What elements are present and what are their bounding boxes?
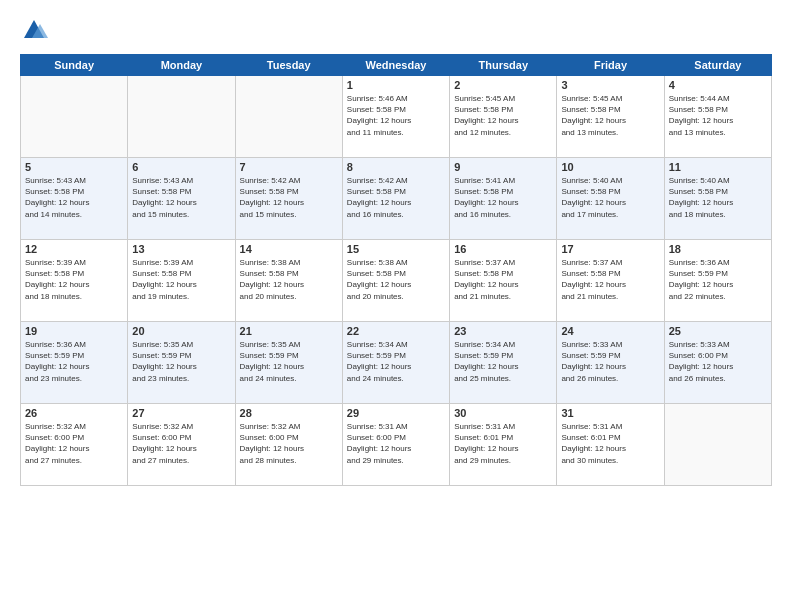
day-info: Sunrise: 5:35 AM Sunset: 5:59 PM Dayligh… (132, 339, 230, 384)
day-info: Sunrise: 5:38 AM Sunset: 5:58 PM Dayligh… (347, 257, 445, 302)
day-number: 6 (132, 161, 230, 173)
day-info: Sunrise: 5:32 AM Sunset: 6:00 PM Dayligh… (240, 421, 338, 466)
calendar-cell: 20Sunrise: 5:35 AM Sunset: 5:59 PM Dayli… (128, 322, 235, 404)
day-info: Sunrise: 5:41 AM Sunset: 5:58 PM Dayligh… (454, 175, 552, 220)
calendar-cell: 9Sunrise: 5:41 AM Sunset: 5:58 PM Daylig… (450, 158, 557, 240)
calendar-cell: 3Sunrise: 5:45 AM Sunset: 5:58 PM Daylig… (557, 76, 664, 158)
day-number: 28 (240, 407, 338, 419)
day-info: Sunrise: 5:33 AM Sunset: 5:59 PM Dayligh… (561, 339, 659, 384)
day-info: Sunrise: 5:42 AM Sunset: 5:58 PM Dayligh… (347, 175, 445, 220)
day-info: Sunrise: 5:40 AM Sunset: 5:58 PM Dayligh… (669, 175, 767, 220)
day-info: Sunrise: 5:36 AM Sunset: 5:59 PM Dayligh… (25, 339, 123, 384)
calendar-cell (235, 76, 342, 158)
calendar-cell: 5Sunrise: 5:43 AM Sunset: 5:58 PM Daylig… (21, 158, 128, 240)
day-number: 19 (25, 325, 123, 337)
day-number: 24 (561, 325, 659, 337)
day-info: Sunrise: 5:44 AM Sunset: 5:58 PM Dayligh… (669, 93, 767, 138)
day-number: 11 (669, 161, 767, 173)
day-info: Sunrise: 5:31 AM Sunset: 6:01 PM Dayligh… (561, 421, 659, 466)
day-number: 27 (132, 407, 230, 419)
calendar-cell: 24Sunrise: 5:33 AM Sunset: 5:59 PM Dayli… (557, 322, 664, 404)
calendar-cell: 25Sunrise: 5:33 AM Sunset: 6:00 PM Dayli… (664, 322, 771, 404)
logo (20, 16, 52, 44)
day-number: 29 (347, 407, 445, 419)
day-number: 23 (454, 325, 552, 337)
weekday-header-thursday: Thursday (450, 55, 557, 76)
calendar-cell: 23Sunrise: 5:34 AM Sunset: 5:59 PM Dayli… (450, 322, 557, 404)
calendar-cell: 11Sunrise: 5:40 AM Sunset: 5:58 PM Dayli… (664, 158, 771, 240)
calendar-cell: 18Sunrise: 5:36 AM Sunset: 5:59 PM Dayli… (664, 240, 771, 322)
day-number: 18 (669, 243, 767, 255)
calendar-cell: 2Sunrise: 5:45 AM Sunset: 5:58 PM Daylig… (450, 76, 557, 158)
weekday-header-wednesday: Wednesday (342, 55, 449, 76)
calendar-cell: 31Sunrise: 5:31 AM Sunset: 6:01 PM Dayli… (557, 404, 664, 486)
weekday-header-monday: Monday (128, 55, 235, 76)
day-info: Sunrise: 5:38 AM Sunset: 5:58 PM Dayligh… (240, 257, 338, 302)
day-info: Sunrise: 5:40 AM Sunset: 5:58 PM Dayligh… (561, 175, 659, 220)
day-info: Sunrise: 5:39 AM Sunset: 5:58 PM Dayligh… (132, 257, 230, 302)
day-number: 25 (669, 325, 767, 337)
calendar-cell (128, 76, 235, 158)
calendar-cell: 15Sunrise: 5:38 AM Sunset: 5:58 PM Dayli… (342, 240, 449, 322)
calendar-cell: 19Sunrise: 5:36 AM Sunset: 5:59 PM Dayli… (21, 322, 128, 404)
day-number: 5 (25, 161, 123, 173)
calendar-cell: 8Sunrise: 5:42 AM Sunset: 5:58 PM Daylig… (342, 158, 449, 240)
calendar-cell: 16Sunrise: 5:37 AM Sunset: 5:58 PM Dayli… (450, 240, 557, 322)
weekday-header-saturday: Saturday (664, 55, 771, 76)
day-number: 20 (132, 325, 230, 337)
day-info: Sunrise: 5:46 AM Sunset: 5:58 PM Dayligh… (347, 93, 445, 138)
day-number: 13 (132, 243, 230, 255)
day-info: Sunrise: 5:45 AM Sunset: 5:58 PM Dayligh… (561, 93, 659, 138)
calendar-cell: 26Sunrise: 5:32 AM Sunset: 6:00 PM Dayli… (21, 404, 128, 486)
day-info: Sunrise: 5:43 AM Sunset: 5:58 PM Dayligh… (132, 175, 230, 220)
day-info: Sunrise: 5:32 AM Sunset: 6:00 PM Dayligh… (25, 421, 123, 466)
weekday-header-row: SundayMondayTuesdayWednesdayThursdayFrid… (21, 55, 772, 76)
calendar-cell (664, 404, 771, 486)
calendar-cell: 12Sunrise: 5:39 AM Sunset: 5:58 PM Dayli… (21, 240, 128, 322)
day-number: 22 (347, 325, 445, 337)
page: SundayMondayTuesdayWednesdayThursdayFrid… (0, 0, 792, 612)
day-info: Sunrise: 5:37 AM Sunset: 5:58 PM Dayligh… (454, 257, 552, 302)
calendar-cell: 27Sunrise: 5:32 AM Sunset: 6:00 PM Dayli… (128, 404, 235, 486)
day-number: 8 (347, 161, 445, 173)
day-number: 7 (240, 161, 338, 173)
day-number: 21 (240, 325, 338, 337)
day-info: Sunrise: 5:33 AM Sunset: 6:00 PM Dayligh… (669, 339, 767, 384)
weekday-header-tuesday: Tuesday (235, 55, 342, 76)
logo-icon (20, 16, 48, 44)
calendar-cell: 21Sunrise: 5:35 AM Sunset: 5:59 PM Dayli… (235, 322, 342, 404)
header (20, 16, 772, 44)
calendar-cell: 14Sunrise: 5:38 AM Sunset: 5:58 PM Dayli… (235, 240, 342, 322)
day-number: 31 (561, 407, 659, 419)
day-info: Sunrise: 5:42 AM Sunset: 5:58 PM Dayligh… (240, 175, 338, 220)
calendar-week-row: 1Sunrise: 5:46 AM Sunset: 5:58 PM Daylig… (21, 76, 772, 158)
calendar-cell: 4Sunrise: 5:44 AM Sunset: 5:58 PM Daylig… (664, 76, 771, 158)
day-number: 17 (561, 243, 659, 255)
calendar-week-row: 26Sunrise: 5:32 AM Sunset: 6:00 PM Dayli… (21, 404, 772, 486)
day-info: Sunrise: 5:32 AM Sunset: 6:00 PM Dayligh… (132, 421, 230, 466)
calendar-cell (21, 76, 128, 158)
calendar-cell: 7Sunrise: 5:42 AM Sunset: 5:58 PM Daylig… (235, 158, 342, 240)
calendar-week-row: 19Sunrise: 5:36 AM Sunset: 5:59 PM Dayli… (21, 322, 772, 404)
day-info: Sunrise: 5:31 AM Sunset: 6:00 PM Dayligh… (347, 421, 445, 466)
day-info: Sunrise: 5:45 AM Sunset: 5:58 PM Dayligh… (454, 93, 552, 138)
day-number: 1 (347, 79, 445, 91)
day-number: 3 (561, 79, 659, 91)
calendar-cell: 6Sunrise: 5:43 AM Sunset: 5:58 PM Daylig… (128, 158, 235, 240)
weekday-header-sunday: Sunday (21, 55, 128, 76)
day-number: 2 (454, 79, 552, 91)
calendar-cell: 13Sunrise: 5:39 AM Sunset: 5:58 PM Dayli… (128, 240, 235, 322)
calendar-cell: 10Sunrise: 5:40 AM Sunset: 5:58 PM Dayli… (557, 158, 664, 240)
day-info: Sunrise: 5:31 AM Sunset: 6:01 PM Dayligh… (454, 421, 552, 466)
day-number: 14 (240, 243, 338, 255)
day-number: 30 (454, 407, 552, 419)
calendar: SundayMondayTuesdayWednesdayThursdayFrid… (20, 54, 772, 486)
day-number: 4 (669, 79, 767, 91)
day-info: Sunrise: 5:34 AM Sunset: 5:59 PM Dayligh… (454, 339, 552, 384)
calendar-cell: 28Sunrise: 5:32 AM Sunset: 6:00 PM Dayli… (235, 404, 342, 486)
day-number: 26 (25, 407, 123, 419)
day-info: Sunrise: 5:35 AM Sunset: 5:59 PM Dayligh… (240, 339, 338, 384)
calendar-cell: 1Sunrise: 5:46 AM Sunset: 5:58 PM Daylig… (342, 76, 449, 158)
day-info: Sunrise: 5:37 AM Sunset: 5:58 PM Dayligh… (561, 257, 659, 302)
day-number: 16 (454, 243, 552, 255)
